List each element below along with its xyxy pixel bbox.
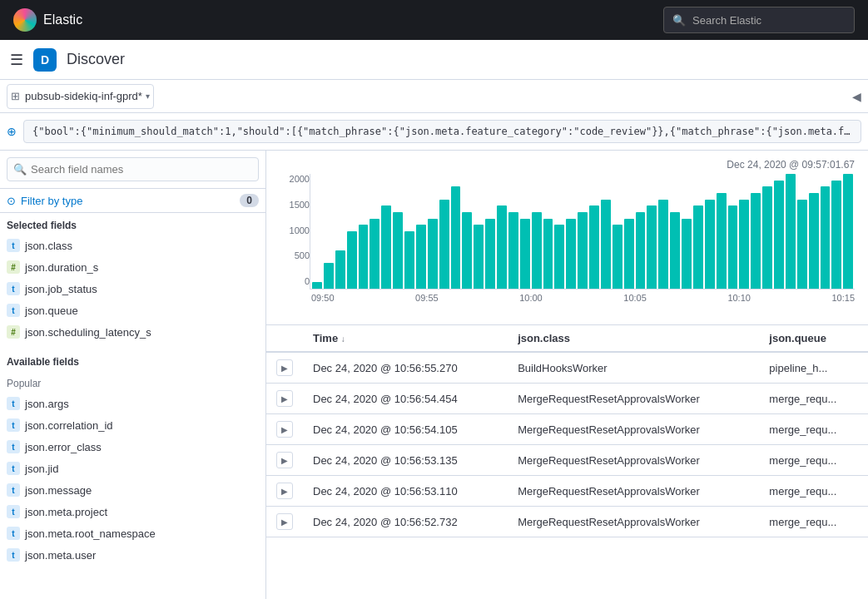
filter-by-type-button[interactable]: ⊙ Filter by type bbox=[7, 195, 82, 207]
top-nav: Elastic 🔍 Search Elastic bbox=[0, 0, 868, 40]
available-field-item[interactable]: tjson.meta.user bbox=[0, 544, 265, 566]
chart-bar bbox=[404, 231, 414, 289]
queue-cell: merge_requ... bbox=[759, 507, 868, 537]
field-search-input[interactable] bbox=[7, 157, 259, 181]
query-options-icon[interactable]: ⊕ bbox=[7, 125, 17, 138]
table-row: ▶Dec 24, 2020 @ 10:56:55.270BuildHooksWo… bbox=[266, 352, 868, 384]
menu-icon[interactable]: ☰ bbox=[10, 51, 23, 69]
selected-field-item[interactable]: #json.duration_s bbox=[0, 256, 265, 278]
available-field-item[interactable]: tjson.error_class bbox=[0, 436, 265, 458]
app-title: Discover bbox=[67, 51, 125, 68]
filter-by-type-label: Filter by type bbox=[21, 195, 82, 207]
results-table: Time ↓ json.class json.queue ▶Dec 24, 20… bbox=[266, 325, 868, 599]
queue-cell: merge_requ... bbox=[759, 414, 868, 445]
chart-bar bbox=[462, 212, 472, 289]
class-cell: MergeRequestResetApprovalsWorker bbox=[508, 507, 759, 537]
field-name-label: json.args bbox=[25, 398, 69, 410]
selected-field-item[interactable]: tjson.job_status bbox=[0, 278, 265, 300]
field-type-badge: # bbox=[7, 325, 20, 339]
secondary-nav: ☰ D Discover bbox=[0, 40, 868, 80]
chart-bar bbox=[717, 193, 727, 289]
chart-area: Dec 24, 2020 @ 09:57:01.67 2000 1500 100… bbox=[266, 151, 868, 325]
elastic-logo-icon bbox=[13, 8, 37, 32]
table-row: ▶Dec 24, 2020 @ 10:56:52.732MergeRequest… bbox=[266, 507, 868, 537]
chart-bar bbox=[474, 225, 484, 289]
available-field-item[interactable]: tjson.meta.project bbox=[0, 501, 265, 522]
time-cell: Dec 24, 2020 @ 10:56:53.135 bbox=[303, 445, 508, 476]
table-row: ▶Dec 24, 2020 @ 10:56:53.135MergeRequest… bbox=[266, 445, 868, 476]
queue-cell: merge_requ... bbox=[759, 476, 868, 507]
global-search-bar[interactable]: 🔍 Search Elastic bbox=[663, 7, 855, 33]
chart-bar bbox=[497, 205, 507, 289]
field-type-badge: t bbox=[7, 304, 20, 317]
query-input[interactable]: {"bool":{"minimum_should_match":1,"shoul… bbox=[23, 120, 861, 143]
chart-bar bbox=[739, 200, 749, 289]
chart-bar bbox=[613, 225, 622, 289]
time-cell: Dec 24, 2020 @ 10:56:52.732 bbox=[303, 507, 508, 537]
chart-bar bbox=[335, 250, 345, 289]
selected-field-item[interactable]: #json.scheduling_latency_s bbox=[0, 321, 265, 343]
available-field-item[interactable]: tjson.jid bbox=[0, 458, 265, 479]
available-field-item[interactable]: tjson.message bbox=[0, 479, 265, 501]
expand-row-button[interactable]: ▶ bbox=[276, 421, 293, 438]
class-cell: BuildHooksWorker bbox=[508, 352, 759, 384]
chart-bar bbox=[636, 212, 646, 289]
queue-cell: merge_requ... bbox=[759, 445, 868, 476]
filter-type-row: ⊙ Filter by type 0 bbox=[0, 189, 265, 213]
field-type-badge: t bbox=[7, 483, 20, 497]
field-name-label: json.queue bbox=[25, 304, 78, 317]
chart-bar bbox=[751, 193, 761, 289]
expand-row-button[interactable]: ▶ bbox=[276, 483, 293, 499]
table-body: ▶Dec 24, 2020 @ 10:56:55.270BuildHooksWo… bbox=[266, 352, 868, 537]
time-column-header[interactable]: Time ↓ bbox=[303, 325, 508, 352]
field-name-label: json.meta.project bbox=[25, 506, 107, 518]
elastic-logo: Elastic bbox=[13, 8, 82, 32]
expand-column-header bbox=[266, 325, 303, 352]
field-type-badge: t bbox=[7, 527, 20, 540]
field-type-badge: t bbox=[7, 418, 20, 432]
field-type-badge: # bbox=[7, 260, 20, 274]
selected-field-item[interactable]: tjson.class bbox=[0, 235, 265, 256]
table-row: ▶Dec 24, 2020 @ 10:56:53.110MergeRequest… bbox=[266, 476, 868, 507]
queue-cell: merge_requ... bbox=[759, 384, 868, 414]
chart-bar bbox=[682, 219, 692, 289]
index-pattern-selector[interactable]: ⊞ pubsub-sidekiq-inf-gprd* ▾ bbox=[7, 84, 154, 109]
chart-bar bbox=[843, 174, 853, 289]
available-field-item[interactable]: tjson.correlation_id bbox=[0, 414, 265, 436]
chart-bar bbox=[532, 212, 542, 289]
field-type-badge: t bbox=[7, 239, 20, 252]
filter-type-icon: ⊙ bbox=[7, 195, 16, 207]
available-field-item[interactable]: tjson.meta.root_namespace bbox=[0, 522, 265, 544]
collapse-sidebar-btn[interactable]: ◀ bbox=[852, 90, 861, 103]
field-name-label: json.meta.root_namespace bbox=[25, 527, 156, 540]
available-field-item[interactable]: tjson.args bbox=[0, 393, 265, 414]
expand-row-button[interactable]: ▶ bbox=[276, 390, 293, 407]
y-label-1500: 1500 bbox=[290, 200, 310, 210]
chart-bar bbox=[566, 219, 576, 289]
chart-bar bbox=[831, 181, 841, 289]
chart-bar bbox=[624, 219, 634, 289]
expand-row-button[interactable]: ▶ bbox=[276, 452, 293, 468]
chart-bar bbox=[485, 219, 495, 289]
field-name-label: json.class bbox=[25, 240, 72, 252]
class-cell: MergeRequestResetApprovalsWorker bbox=[508, 414, 759, 445]
class-cell: MergeRequestResetApprovalsWorker bbox=[508, 476, 759, 507]
selected-field-item[interactable]: tjson.queue bbox=[0, 300, 265, 321]
chart-bar bbox=[543, 219, 553, 289]
chart-bar bbox=[774, 181, 784, 289]
index-pattern-label: pubsub-sidekiq-inf-gprd* bbox=[25, 90, 142, 102]
chevron-down-icon: ▾ bbox=[146, 92, 150, 101]
expand-row-button[interactable]: ▶ bbox=[276, 513, 293, 530]
expand-row-button[interactable]: ▶ bbox=[276, 359, 293, 376]
chart-timestamp: Dec 24, 2020 @ 09:57:01.67 bbox=[280, 159, 855, 171]
collapse-icon: ◀ bbox=[852, 90, 861, 103]
x-label-0950: 09:50 bbox=[311, 293, 335, 303]
chart-bar bbox=[554, 225, 564, 289]
chart-bar bbox=[370, 219, 379, 289]
chart-bar bbox=[821, 186, 831, 289]
chart-bar bbox=[393, 212, 403, 289]
data-view-icon: ⊞ bbox=[11, 90, 20, 102]
chart-bar bbox=[809, 193, 819, 289]
class-cell: MergeRequestResetApprovalsWorker bbox=[508, 445, 759, 476]
table-row: ▶Dec 24, 2020 @ 10:56:54.105MergeRequest… bbox=[266, 414, 868, 445]
